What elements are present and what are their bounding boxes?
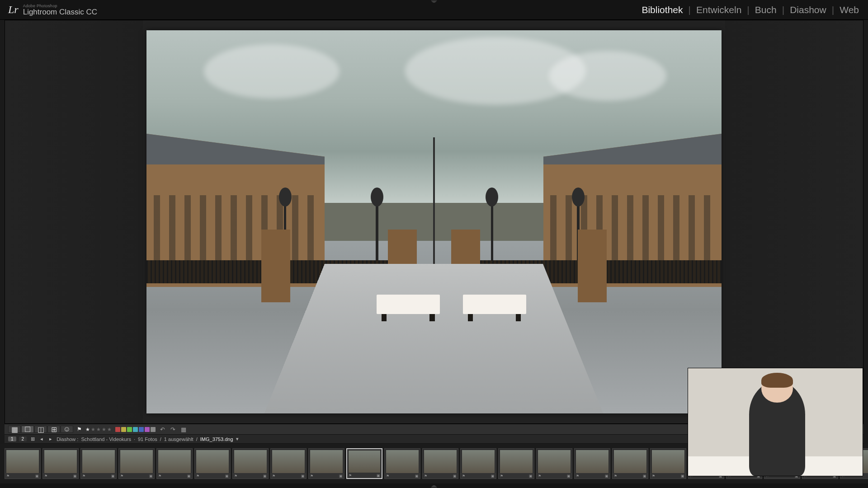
selected-count: 1 ausgewählt: [164, 436, 193, 442]
color-label-purple[interactable]: [145, 427, 150, 432]
rating-stars[interactable]: ★ ★ ★ ★ ★: [85, 427, 112, 432]
filmstrip-thumb[interactable]: ⚑▣: [118, 448, 155, 479]
module-separator: |: [684, 5, 695, 15]
current-filename: IMG_3753.dng: [200, 436, 233, 442]
star-2[interactable]: ★: [91, 427, 95, 432]
loupe-view-button[interactable]: ☐: [21, 426, 34, 433]
module-separator: |: [827, 5, 839, 15]
star-1[interactable]: ★: [85, 427, 90, 432]
color-label-none[interactable]: [151, 427, 156, 432]
filmstrip-thumb[interactable]: ⚑▣: [346, 448, 382, 479]
filmstrip-thumb[interactable]: ⚑▣: [384, 448, 420, 479]
filmstrip-thumb[interactable]: ⚑▣: [270, 448, 307, 479]
people-view-button[interactable]: ☺: [61, 426, 73, 433]
presenter-webcam-overlay: [688, 368, 863, 476]
grid-overlay-icon[interactable]: ▦: [180, 426, 187, 433]
module-entwickeln[interactable]: Entwickeln: [695, 5, 742, 15]
color-label-teal[interactable]: [133, 427, 138, 432]
module-web[interactable]: Web: [839, 5, 860, 15]
nav-fwd-icon[interactable]: ▸: [47, 436, 54, 442]
filename-dropdown-icon[interactable]: ▾: [236, 436, 239, 442]
filmstrip-thumb[interactable]: ⚑▣: [460, 448, 496, 479]
survey-view-button[interactable]: ⊞: [47, 426, 60, 433]
filmstrip-thumb[interactable]: ⚑▣: [232, 448, 269, 479]
brand-block: Lr Adobe Photoshop Lightroom Classic CC: [8, 4, 97, 16]
filmstrip-thumb[interactable]: ⚑▣: [308, 448, 344, 479]
module-separator: |: [778, 5, 789, 15]
flag-icon[interactable]: ⚑: [77, 426, 82, 432]
breadcrumb-prefix: Diashow :: [57, 436, 78, 442]
filmstrip-thumb[interactable]: ⚑▣: [194, 448, 231, 479]
module-switcher: Bibliothek | Entwickeln | Buch | Diashow…: [641, 5, 860, 15]
viewer-area: [5, 20, 863, 424]
star-5[interactable]: ★: [107, 427, 112, 432]
module-bibliothek[interactable]: Bibliothek: [641, 5, 684, 15]
photo-count: 91 Fotos: [138, 436, 157, 442]
breadcrumb-sep: /: [196, 436, 198, 442]
filmstrip-thumb[interactable]: ⚑▣: [536, 448, 572, 479]
module-buch[interactable]: Buch: [754, 5, 778, 15]
color-label-group: [115, 427, 156, 432]
rotate-ccw-icon[interactable]: ↶: [159, 426, 166, 433]
left-panel-collapsed[interactable]: [5, 20, 143, 423]
star-4[interactable]: ★: [102, 427, 106, 432]
loupe-canvas[interactable]: [143, 20, 725, 423]
nav-back-icon[interactable]: ◂: [38, 436, 45, 442]
main-photo: [146, 30, 722, 413]
module-diashow[interactable]: Diashow: [789, 5, 827, 15]
monitor-1-badge[interactable]: 1: [8, 436, 16, 441]
filmstrip-thumb[interactable]: ⚑▣: [42, 448, 79, 479]
filmstrip-thumb[interactable]: ⚑▣: [80, 448, 117, 479]
panel-handle-top[interactable]: [431, 0, 437, 3]
view-mode-group: ▦ ☐ ◫ ⊞ ☺: [8, 426, 73, 433]
rotate-cw-icon[interactable]: ↷: [170, 426, 176, 433]
right-panel-collapsed[interactable]: [725, 20, 863, 423]
breadcrumb-collection[interactable]: Schottland - Videokurs: [81, 436, 131, 442]
filmstrip-thumb[interactable]: ⚑▣: [156, 448, 193, 479]
module-separator: |: [742, 5, 754, 15]
filmstrip-thumb[interactable]: ⚑▣: [612, 448, 648, 479]
color-label-red[interactable]: [115, 427, 120, 432]
filmstrip-thumb[interactable]: ⚑▣: [5, 448, 41, 479]
grid-toggle-icon[interactable]: ⊞: [29, 436, 36, 442]
grid-view-button[interactable]: ▦: [8, 426, 21, 433]
filmstrip-thumb[interactable]: ⚑▣: [422, 448, 458, 479]
monitor-2-badge[interactable]: 2: [19, 436, 27, 441]
brand-title: Lightroom Classic CC: [23, 8, 97, 16]
filmstrip-thumb[interactable]: ⚑▣: [574, 448, 610, 479]
filmstrip-thumb[interactable]: ⚑▣: [498, 448, 534, 479]
color-label-green[interactable]: [127, 427, 132, 432]
color-label-yellow[interactable]: [121, 427, 126, 432]
app-logo: Lr: [8, 4, 19, 16]
star-3[interactable]: ★: [96, 427, 101, 432]
filmstrip-thumb[interactable]: ⚑▣: [650, 448, 686, 479]
panel-handle-bottom[interactable]: [431, 485, 437, 488]
compare-view-button[interactable]: ◫: [34, 426, 47, 433]
color-label-blue[interactable]: [139, 427, 144, 432]
breadcrumb-sep: /: [160, 436, 161, 442]
